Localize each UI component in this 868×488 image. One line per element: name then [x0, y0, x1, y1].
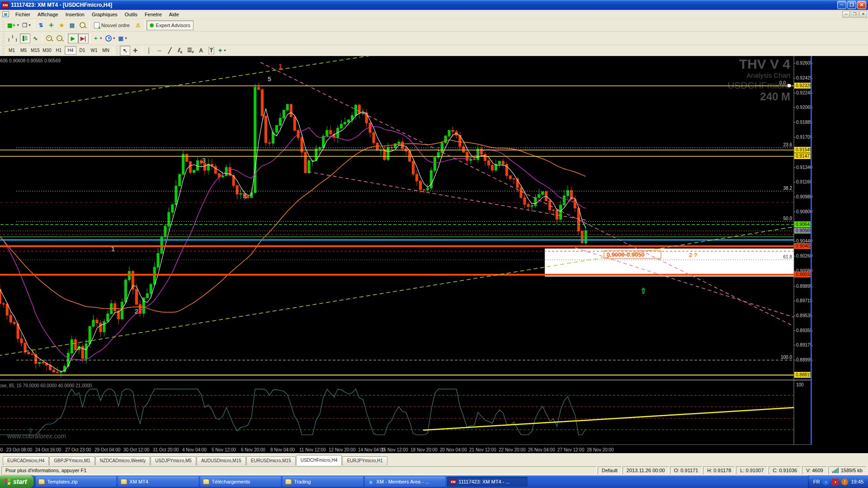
hide-icons-arrow[interactable]: ‹ [822, 479, 829, 485]
cursor-tool-button[interactable]: ↖ [120, 46, 130, 56]
timeframe-m5[interactable]: M5 [18, 46, 29, 55]
candlestick-chart-button[interactable] [20, 33, 30, 43]
templates-button[interactable]: ▦▼ [117, 33, 129, 43]
time-axis-label: 20 Nov 04:00 [440, 447, 467, 452]
keyboard-layout-indicator[interactable]: FR [813, 479, 820, 484]
menu-item-outils[interactable]: Outils [121, 10, 141, 19]
taskbar-button[interactable]: Templates.zip [36, 477, 116, 487]
text-tool[interactable]: A [196, 46, 206, 56]
price-chart[interactable]: THV V 4Analysis ChartUSDCHFmicro240 M23.… [0, 56, 868, 453]
horizontal-line-tool[interactable]: ─ [154, 46, 165, 56]
time-axis-label: 29 Oct 04:00 [94, 447, 121, 452]
folder-icon [38, 479, 45, 484]
toolbar-grip[interactable] [2, 21, 5, 29]
minimize-button[interactable]: ─ [837, 1, 846, 9]
chart-tab-usdjpymicro[interactable]: USDJPYmicro,M5 [151, 456, 196, 465]
chart-tab-gbpjpymicro[interactable]: GBPJPYmicro,M1 [49, 456, 95, 465]
text-label-tool[interactable]: T [206, 46, 217, 56]
bar-chart-button[interactable]: ╷╵╷ [6, 33, 20, 43]
menu-item-affichage[interactable]: Affichage [34, 10, 62, 19]
time-axis-label: 27 Oct 23:00 [65, 447, 91, 452]
menu-item-fenetre[interactable]: Fenetre [141, 10, 165, 19]
timeframe-m1[interactable]: M1 [6, 46, 18, 55]
toolbar-grip[interactable] [2, 47, 5, 54]
price-axis-tick-label: 0.89535 [796, 313, 813, 318]
chart-tab-eurjpymicro[interactable]: EURJPYmicro,H1 [342, 456, 387, 465]
chart-tab-audusdmicro[interactable]: AUDUSDmicro,M15 [197, 456, 246, 465]
new-order-button[interactable]: Nouvel ordre [91, 20, 133, 30]
taskbar-button[interactable]: XM11117423: XM MT4 - ... [447, 477, 528, 487]
chart-tab-eurusdmicro[interactable]: EURUSDmicro,M15 [246, 456, 296, 465]
chart-tab-nzdcadmicro[interactable]: NZDCADmicro,Weekly [95, 456, 151, 465]
tray-alert-icon[interactable]: ! [841, 479, 848, 485]
toolbar-separator [42, 33, 42, 43]
zoom-out-button[interactable]: − [54, 33, 65, 43]
timeframe-h1[interactable]: H1 [53, 46, 65, 55]
terminal-button[interactable]: ▤ [67, 20, 77, 30]
trendline-tool[interactable]: ╱ [165, 46, 175, 56]
timeframe-mn[interactable]: MN [100, 46, 112, 55]
navigator-button[interactable]: ★ [57, 20, 67, 30]
fibonacci-level-label: 23.6 [783, 142, 793, 147]
fibonacci-tool[interactable]: ☰F [185, 46, 196, 56]
status-cell-2: O: 0.91171 [670, 466, 703, 474]
market-watch-button[interactable]: ⇅ [36, 20, 46, 30]
periods-button[interactable]: ▼ [104, 33, 117, 43]
timeframe-m30[interactable]: M30 [41, 46, 53, 55]
vertical-line-tool[interactable]: │ [144, 46, 154, 56]
line-chart-button[interactable]: ∿ [30, 33, 41, 43]
arrows-tool[interactable]: ✦▼ [217, 46, 228, 56]
mdi-close-button[interactable]: ✕ [859, 11, 867, 18]
time-axis-label: 30 Oct 12:00 [123, 447, 150, 452]
white-zone-rectangle [545, 249, 794, 277]
tray-app-icon[interactable]: ▪ [832, 479, 839, 485]
timeframe-m15[interactable]: M15 [29, 46, 41, 55]
price-chip-label: 0.91471 [796, 154, 812, 159]
start-button[interactable]: start [0, 475, 34, 488]
channel-tool[interactable]: ⫽E [175, 46, 185, 56]
menu-items: FichierAffichageInsertionGraphiquesOutil… [12, 12, 183, 17]
expert-advisors-button[interactable]: ◉ Expert Advisors [146, 20, 193, 30]
price-axis-tick-label: 0.91885 [796, 120, 813, 125]
windows-flag-icon [5, 478, 11, 485]
mdi-minimize-button[interactable]: ─ [842, 11, 850, 18]
zoom-in-button[interactable]: + [44, 33, 54, 43]
menu-item-graphiques[interactable]: Graphiques [88, 10, 121, 19]
time-axis-label: 22 Oct 00:00 [0, 447, 3, 452]
chart-tab-eurcadmicro[interactable]: EURCADmicro,H4 [3, 456, 49, 465]
folder-icon [121, 479, 127, 484]
profiles-button[interactable]: ❐▼ [21, 20, 33, 30]
status-cell-0: Default [598, 466, 622, 474]
close-button[interactable]: ✕ [857, 1, 866, 9]
timeframe-d1[interactable]: D1 [76, 46, 88, 55]
chart-watermark: 240 M [760, 90, 790, 103]
indicators-button[interactable]: ＋▼ [92, 33, 104, 43]
status-cell-1: 2013.11.26 00:00 [623, 466, 669, 474]
alert-icon[interactable]: ⚠ [133, 20, 143, 30]
menu-item-insertion[interactable]: Insertion [62, 10, 88, 19]
menu-item-aide[interactable]: Aide [165, 10, 183, 19]
restore-button[interactable]: ❐ [847, 1, 856, 9]
taskbar-button[interactable]: eXM - Members Area - ... [365, 477, 445, 487]
crosshair-tool-button[interactable]: ✛ [130, 46, 141, 56]
mdi-restore-button[interactable]: ❐ [851, 11, 859, 18]
taskbar-button[interactable]: XM MT4 [118, 477, 198, 487]
status-kb: 1589/5 kb [828, 466, 867, 474]
data-window-button[interactable]: ✛ [46, 20, 57, 30]
new-chart-button[interactable]: ▦+▼ [6, 20, 21, 30]
chart-tab-usdchfmicro[interactable]: USDCHFmicro,H4 [296, 455, 342, 465]
chart-shift-button[interactable]: ▶| [78, 33, 89, 43]
toolbar-grip[interactable] [2, 33, 5, 42]
taskbar-button[interactable]: Téléchargements [200, 477, 281, 487]
timeframe-w1[interactable]: W1 [88, 46, 100, 55]
menu-item-fichier[interactable]: Fichier [12, 10, 34, 19]
strategy-tester-button[interactable] [77, 20, 88, 30]
price-chip-label: 0.90402 [796, 244, 812, 249]
title-bar[interactable]: XM 11117423: XM MT4 - [USDCHFmicro,H4] ─… [0, 0, 868, 10]
timeframe-h4[interactable]: H4 [65, 46, 76, 55]
chart-window-icon[interactable]: ▦ [2, 11, 9, 17]
toolbar-grip[interactable] [116, 47, 118, 54]
price-axis-tick-label: 0.90800 [796, 209, 813, 214]
auto-scroll-button[interactable]: ▶ [68, 33, 78, 43]
taskbar-button[interactable]: Trading [283, 477, 363, 487]
